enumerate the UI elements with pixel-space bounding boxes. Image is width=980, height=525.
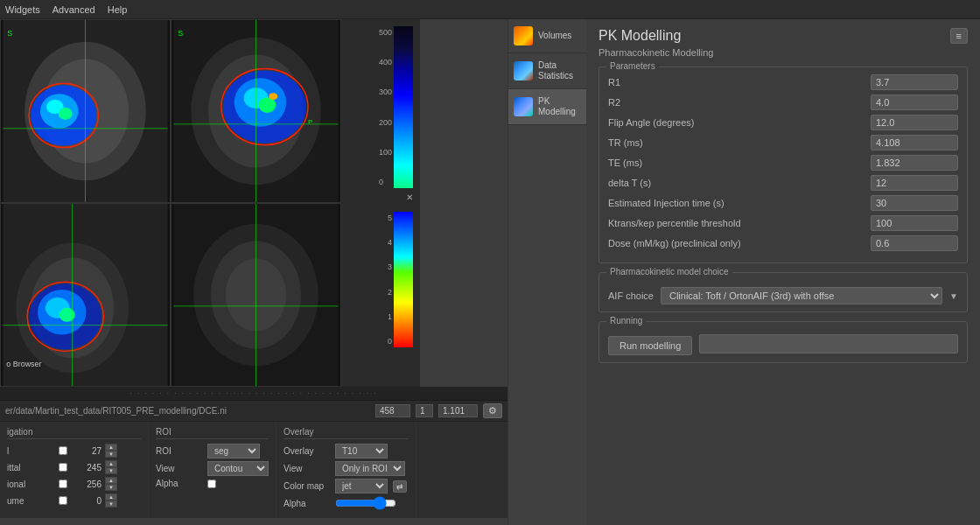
nav-row-ional: ional 256 ▲ ▼	[7, 477, 141, 491]
filepath-text: er/data/Martin_test_data/RIT005_PRE_mode…	[5, 406, 370, 416]
image-cell-topright[interactable]: S P	[171, 19, 341, 203]
bottom-controls: igation l 27 ▲ ▼ ittal 245 ▲ ▼	[0, 421, 508, 518]
param-input-flip-angle[interactable]	[871, 115, 958, 130]
roi-row-roi: ROI seg	[156, 444, 269, 458]
param-input-ktrans[interactable]	[871, 215, 958, 231]
frame-input[interactable]	[375, 404, 410, 417]
param-row-est-injection: Estimated Injection time (s)	[608, 195, 958, 211]
nav-l-down[interactable]: ▼	[105, 451, 117, 458]
param-input-r2[interactable]	[871, 94, 958, 110]
overlay-panel: Overlay Overlay T10 View Only in ROI All…	[276, 422, 416, 518]
svg-point-18	[269, 93, 277, 100]
gear-button[interactable]: ⚙	[483, 403, 502, 418]
overlay-row-colormap: Color map jet hot ⇄	[284, 479, 409, 494]
running-title: Running	[606, 316, 646, 326]
nav-row-l: l 27 ▲ ▼	[7, 444, 141, 458]
param-row-flip-angle: Flip Angle (degrees)	[608, 115, 958, 130]
value1-input[interactable]	[416, 404, 433, 417]
sidebar-btn-volumes[interactable]: Volumes	[508, 19, 586, 53]
pk-modelling-subtitle: Pharmacokinetic Modelling	[598, 47, 968, 58]
sidebar-btn-pk-modelling[interactable]: PK Modelling	[508, 89, 586, 125]
nav-ume-up[interactable]: ▲	[105, 494, 117, 500]
aif-label: AIF choice	[608, 290, 654, 301]
colorbar-close[interactable]: ✕	[406, 192, 413, 202]
nav-ional-down[interactable]: ▼	[105, 484, 117, 491]
menu-advanced[interactable]: Advanced	[52, 4, 95, 15]
param-label-ktrans: Ktrans/kep percentile threshold	[608, 218, 871, 228]
nav-l-up[interactable]: ▲	[105, 444, 117, 451]
roi-row-view: View Contou Filled	[156, 461, 269, 476]
nav-l-checkbox[interactable]	[59, 446, 67, 455]
nav-ional-up[interactable]: ▲	[105, 477, 117, 484]
param-row-dose: Dose (mM/kg) (preclinical only)	[608, 235, 958, 251]
roi-panel: ROI ROI seg View Contou Filled Alpha	[149, 422, 276, 518]
menubar: Widgets Advanced Help	[0, 0, 980, 19]
value2-input[interactable]	[438, 404, 478, 417]
roi-title: ROI	[156, 427, 269, 439]
roi-select[interactable]: seg	[207, 444, 260, 458]
overlay-row-view: View Only in ROI All	[284, 461, 409, 476]
dots-row: · · · · · · · · · · · · · · · · · · · · …	[0, 387, 508, 400]
nav-ittal-checkbox[interactable]	[59, 463, 67, 472]
main-container: S	[0, 19, 980, 525]
pk-modelling-icon	[514, 97, 533, 116]
overlay-alpha-slider[interactable]	[335, 496, 396, 510]
image-colorbar-row: S	[0, 19, 508, 387]
pk-modelling-title: PK Modelling	[598, 28, 681, 44]
svg-text:S: S	[7, 29, 12, 38]
filepath-bar: er/data/Martin_test_data/RIT005_PRE_mode…	[0, 400, 508, 421]
param-row-delta-t: delta T (s)	[608, 175, 958, 191]
param-row-te: TE (ms)	[608, 155, 958, 171]
colormap-select[interactable]: jet hot	[335, 479, 388, 494]
nav-ittal-up[interactable]: ▲	[105, 460, 117, 467]
panel-menu-btn[interactable]: ≡	[950, 28, 968, 44]
nav-ittal-down[interactable]: ▼	[105, 467, 117, 474]
aif-select[interactable]: Clinical: Toft / OrtonAIF (3rd) with off…	[661, 287, 942, 304]
param-row-tr: TR (ms)	[608, 135, 958, 150]
sidebar-btn-data-statistics[interactable]: Data Statistics	[508, 53, 586, 89]
colormap-swap-btn[interactable]: ⇄	[393, 480, 407, 493]
run-modelling-btn[interactable]: Run modelling	[608, 336, 692, 355]
roi-row-alpha: Alpha	[156, 479, 269, 488]
overlay-select[interactable]: T10	[335, 444, 388, 458]
param-row-r2: R2	[608, 94, 958, 110]
sidebar-label-pk-modelling: PK Modelling	[538, 96, 581, 117]
menu-help[interactable]: Help	[108, 4, 128, 15]
nav-ional-checkbox[interactable]	[59, 480, 67, 488]
param-label-flip-angle: Flip Angle (degrees)	[608, 117, 871, 128]
image-cell-topleft[interactable]: S	[0, 19, 171, 203]
param-input-delta-t[interactable]	[871, 175, 958, 191]
param-label-r1: R1	[608, 77, 871, 88]
param-input-dose[interactable]	[871, 235, 958, 251]
param-label-dose: Dose (mM/kg) (preclinical only)	[608, 238, 871, 248]
aif-dropdown-icon: ▼	[949, 291, 958, 301]
param-row-r1: R1	[608, 74, 958, 90]
roi-alpha-checkbox[interactable]	[207, 480, 216, 488]
menu-widgets[interactable]: Widgets	[5, 4, 40, 15]
param-input-te[interactable]	[871, 155, 958, 171]
nav-ume-down[interactable]: ▼	[105, 500, 117, 508]
param-label-te: TE (ms)	[608, 158, 871, 168]
run-progress-bar	[699, 334, 958, 354]
image-cell-bottomright[interactable]	[171, 203, 341, 387]
nav-ume-checkbox[interactable]	[59, 496, 67, 505]
overlay-row-alpha: Alpha	[284, 496, 409, 510]
volumes-icon	[514, 26, 533, 46]
overlay-view-select[interactable]: Only in ROI All	[335, 461, 405, 476]
sidebar-label-volumes: Volumes	[538, 31, 571, 41]
svg-text:S: S	[178, 29, 183, 38]
nav-row-ittal: ittal 245 ▲ ▼	[7, 460, 141, 474]
roi-view-select[interactable]: Contou Filled	[207, 461, 269, 476]
parameters-section: Parameters R1 R2 Flip Angle (degrees) TR…	[598, 66, 968, 263]
svg-text:P: P	[308, 118, 312, 126]
param-label-tr: TR (ms)	[608, 137, 871, 148]
param-label-delta-t: delta T (s)	[608, 178, 871, 188]
param-input-r1[interactable]	[871, 74, 958, 90]
image-cell-bottomleft[interactable]: o Browser	[0, 203, 171, 387]
right-panel: PK Modelling ≡ Pharmacokinetic Modelling…	[586, 19, 980, 525]
param-label-est-injection: Estimated Injection time (s)	[608, 198, 871, 208]
param-input-tr[interactable]	[871, 135, 958, 150]
param-input-est-injection[interactable]	[871, 195, 958, 211]
param-row-ktrans: Ktrans/kep percentile threshold	[608, 215, 958, 231]
navigation-panel: igation l 27 ▲ ▼ ittal 245 ▲ ▼	[0, 422, 149, 518]
